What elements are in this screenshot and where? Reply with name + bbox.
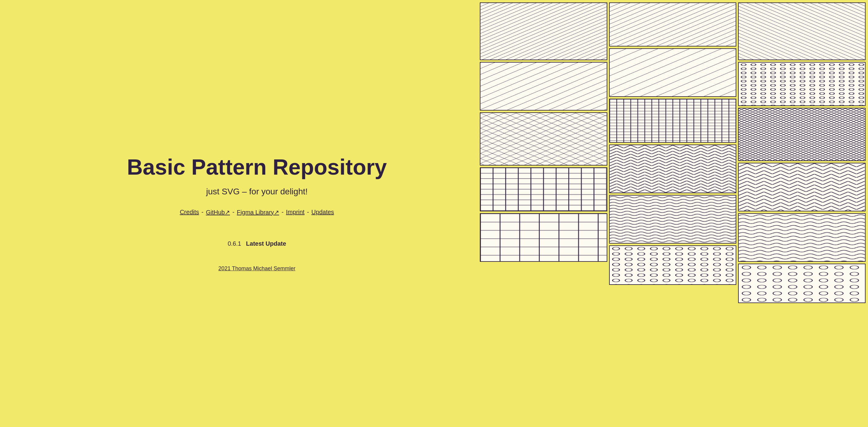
separator-1: - xyxy=(202,209,204,216)
svg-rect-1 xyxy=(480,3,607,59)
figma-link[interactable]: Figma Library↗ xyxy=(237,209,279,216)
pattern-card-crosshatch-fine[interactable] xyxy=(738,108,866,161)
patterns-grid xyxy=(477,0,868,427)
version-label: Latest Update xyxy=(246,240,286,247)
pattern-card-dots-scattered[interactable] xyxy=(738,264,866,303)
pattern-card-diagonal-medium[interactable] xyxy=(609,48,737,97)
version-section: 0.6.1 Latest Update xyxy=(61,240,453,247)
pattern-card-diagonal-medium-top[interactable] xyxy=(609,2,737,47)
svg-rect-12 xyxy=(610,3,736,46)
svg-rect-20 xyxy=(610,246,736,284)
svg-rect-14 xyxy=(610,49,736,96)
svg-rect-8 xyxy=(480,168,607,211)
left-section: Basic Pattern Repository just SVG – for … xyxy=(0,0,477,427)
credits-link[interactable]: Credits xyxy=(180,209,199,216)
pattern-card-grid-large[interactable] xyxy=(480,213,607,262)
version-number: 0.6.1 xyxy=(228,240,241,247)
svg-rect-18 xyxy=(610,196,736,243)
pattern-card-wave-large[interactable] xyxy=(738,213,866,262)
pattern-card-diag-right-dense[interactable] xyxy=(738,2,866,60)
separator-2: - xyxy=(232,209,235,216)
pattern-column-1 xyxy=(480,2,607,425)
copyright-link[interactable]: 2021 Thomas Michael Semmler xyxy=(61,265,453,272)
svg-rect-28 xyxy=(739,163,865,211)
page-title: Basic Pattern Repository xyxy=(61,155,453,179)
pattern-card-dots-grid[interactable] xyxy=(738,62,866,106)
svg-rect-3 xyxy=(480,62,607,110)
pattern-column-2 xyxy=(609,2,737,425)
pattern-column-3 xyxy=(738,2,866,425)
svg-rect-27 xyxy=(739,108,865,160)
svg-rect-29 xyxy=(739,214,865,261)
pattern-card-crosshatch[interactable] xyxy=(480,112,607,166)
separator-4: - xyxy=(307,209,309,216)
pattern-card-grid[interactable] xyxy=(480,167,607,211)
pattern-card-wave[interactable] xyxy=(609,195,737,244)
github-link[interactable]: GitHub↗ xyxy=(206,209,230,216)
svg-rect-22 xyxy=(739,3,865,59)
pattern-card-zigzag[interactable] xyxy=(609,145,737,193)
svg-rect-16 xyxy=(610,99,736,142)
separator-3: - xyxy=(282,209,284,216)
pattern-card-fine-grid[interactable] xyxy=(609,99,737,143)
pattern-card-diagonal-wide[interactable] xyxy=(480,62,607,111)
pattern-card-diagonal-dense[interactable] xyxy=(480,2,607,60)
svg-rect-24 xyxy=(739,62,865,105)
pattern-card-dots[interactable] xyxy=(609,246,737,285)
nav-links: Credits - GitHub↗ - Figma Library↗ - Imp… xyxy=(61,209,453,216)
svg-rect-17 xyxy=(610,145,736,193)
page-container: Basic Pattern Repository just SVG – for … xyxy=(0,0,868,427)
svg-rect-10 xyxy=(480,214,607,261)
updates-link[interactable]: Updates xyxy=(311,209,334,216)
svg-rect-31 xyxy=(739,264,865,303)
imprint-link[interactable]: Imprint xyxy=(286,209,304,216)
pattern-card-zigzag-wide[interactable] xyxy=(738,163,866,211)
svg-rect-6 xyxy=(480,113,607,165)
page-subtitle: just SVG – for your delight! xyxy=(61,187,453,197)
